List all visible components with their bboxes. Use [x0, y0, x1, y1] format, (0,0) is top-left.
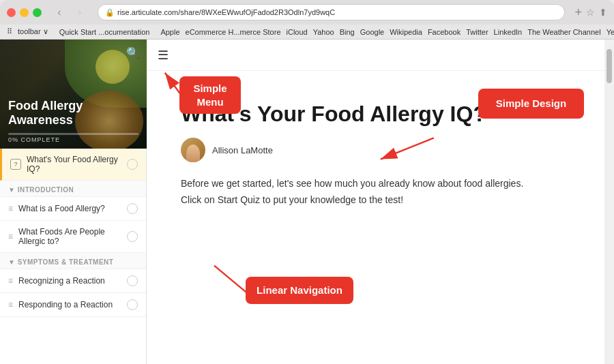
toolbar-quickstart[interactable]: Quick Start ...ocumentation [59, 28, 150, 36]
toolbar-bing[interactable]: Bing [340, 28, 355, 36]
nav-item-responding[interactable]: ≡ Responding to a Reaction [0, 293, 146, 317]
hero-title: Food Allergy Awareness [8, 99, 147, 128]
section-introduction: ▼ INTRODUCTION [0, 181, 146, 197]
nav-item-quiz-circle [127, 159, 138, 170]
lesson-number: Lesson 1 of 11 [181, 85, 536, 94]
traffic-light-yellow[interactable] [20, 8, 29, 17]
title-bar: ‹ › 🔒 rise.articulate.com/share/8WXeEWwu… [0, 0, 614, 25]
nav-item-responding-circle [127, 299, 138, 310]
nav-item-responding-label: Responding to a Reaction [18, 300, 127, 309]
toolbar-linkedin[interactable]: LinkedIn [494, 28, 523, 36]
traffic-light-green[interactable] [33, 8, 42, 17]
nav-item-recognizing-label: Recognizing a Reaction [18, 276, 127, 286]
toolbar-grid-icon[interactable]: ⠿ [7, 27, 12, 36]
toolbar-weather[interactable]: The Weather Channel [527, 28, 600, 36]
toolbar-wikipedia[interactable]: Wikipedia [390, 28, 422, 36]
search-button[interactable]: 🔍 [126, 46, 140, 59]
author-name: Allison LaMotte [212, 145, 273, 155]
address-bar[interactable]: 🔒 rise.articulate.com/share/8WXeEWwufOjF… [98, 4, 565, 20]
nav-item-foods-circle [127, 231, 138, 242]
toolbar-row: ⠿ toolbar ∨ Quick Start ...ocumentation … [0, 25, 614, 40]
nav-item-quiz[interactable]: ? What's Your Food Allergy IQ? [0, 149, 146, 181]
sidebar: Food Allergy Awareness 0% COMPLETE 🔍 ? W [0, 40, 147, 364]
author-row: Allison LaMotte [181, 138, 536, 162]
nav-item-allergy-circle [127, 203, 138, 214]
quiz-icon: ? [10, 159, 21, 170]
nav-item-what-is-allergy[interactable]: ≡ What is a Food Allergy? [0, 197, 146, 221]
main-menu-bar: ☰ [147, 40, 604, 71]
toolbar-icloud[interactable]: iCloud [287, 28, 308, 36]
nav-item-allergy-label: What is a Food Allergy? [18, 204, 127, 213]
nav-forward-button[interactable]: › [72, 4, 88, 20]
progress-label: 0% COMPLETE [8, 136, 138, 143]
scroll-thumb[interactable] [606, 49, 612, 83]
nav-item-quiz-label: What's Your Food Allergy IQ? [27, 155, 127, 174]
toolbar-apple[interactable]: Apple [160, 28, 179, 36]
nav-item-foods-label: What Foods Are People Allergic to? [18, 227, 127, 246]
sidebar-hero: Food Allergy Awareness 0% COMPLETE 🔍 [0, 40, 147, 149]
lesson-content-area: Lesson 1 of 11 What's Your Food Allergy … [147, 71, 604, 364]
list-icon-4: ≡ [8, 300, 13, 309]
sidebar-navigation: ? What's Your Food Allergy IQ? ▼ INTRODU… [0, 149, 146, 364]
toolbar-item[interactable]: toolbar ∨ [18, 27, 48, 36]
toolbar-twitter[interactable]: Twitter [466, 28, 488, 36]
section-symptoms: ▼ SYMPTOMS & TREATMENT [0, 253, 146, 269]
list-icon-3: ≡ [8, 276, 13, 286]
toolbar-google[interactable]: Google [360, 28, 384, 36]
toolbar-yelp[interactable]: Yelp [606, 28, 614, 36]
toolbar-facebook[interactable]: Facebook [428, 28, 460, 36]
share-icon[interactable]: ⬆ [599, 7, 607, 18]
traffic-light-red[interactable] [7, 8, 16, 17]
nav-item-allergic-foods[interactable]: ≡ What Foods Are People Allergic to? [0, 221, 146, 253]
bookmark-icon[interactable]: ☆ [586, 7, 595, 18]
list-icon-1: ≡ [8, 204, 13, 213]
scrollbar[interactable] [604, 40, 614, 364]
author-avatar [181, 138, 205, 162]
lesson-body: Before we get started, let's see how muc… [181, 176, 536, 209]
lock-icon: 🔒 [105, 8, 115, 17]
nav-item-recognizing-circle [127, 275, 138, 286]
hamburger-button[interactable]: ☰ [158, 48, 169, 63]
hero-progress: 0% COMPLETE [8, 133, 138, 143]
nav-item-recognizing[interactable]: ≡ Recognizing a Reaction [0, 269, 146, 293]
lesson-title: What's Your Food Allergy IQ? [181, 101, 536, 127]
list-icon-2: ≡ [8, 232, 13, 241]
toolbar-ecommerce[interactable]: eCommerce H...merce Store [186, 28, 281, 36]
add-tab-button[interactable]: + [574, 5, 582, 20]
toolbar-yahoo[interactable]: Yahoo [313, 28, 334, 36]
nav-back-button[interactable]: ‹ [51, 4, 68, 20]
url-text: rise.articulate.com/share/8WXeEWwufOjFad… [117, 8, 335, 16]
